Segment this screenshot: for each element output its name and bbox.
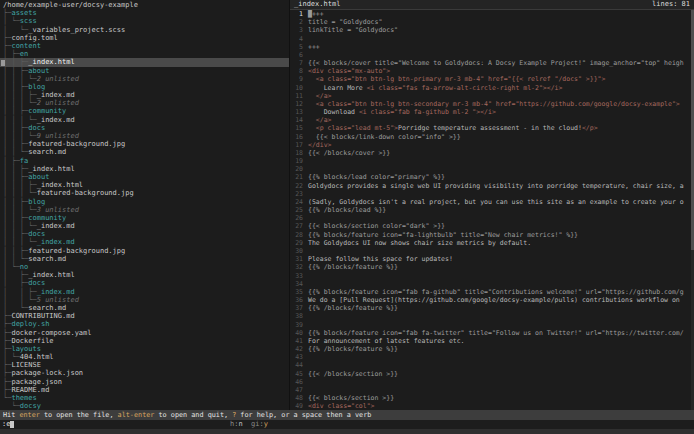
tree-row[interactable]: │ │ ├─docs <box>0 124 289 132</box>
tree-branch: │ │ │ └─ <box>3 206 37 214</box>
tree-row[interactable]: ├─docker-compose.yaml <box>0 329 289 337</box>
text-cursor-icon <box>10 421 14 428</box>
tree-row[interactable]: │ │ │ └─_index.md <box>0 116 289 124</box>
tree-row[interactable]: │ │ ├─about <box>0 67 289 75</box>
preview-line: 21{{% blocks/lead color="primary" %}} <box>290 173 694 181</box>
preview-line: 31Please follow this space for updates! <box>290 255 694 263</box>
preview-line: 25{{% /blocks/lead %}} <box>290 206 694 214</box>
tree-entry-name: docsy <box>20 402 41 410</box>
line-number: 23 <box>290 190 303 198</box>
line-number: 9 <box>290 75 303 83</box>
tree-entry-name: community <box>28 214 66 222</box>
tree-row[interactable]: │ └─_variables_project.scss <box>0 26 289 34</box>
tree-branch: │ │ │ └─ <box>3 75 37 83</box>
line-number: 5 <box>290 43 303 51</box>
code-segment: {{< /blocks/cover >}} <box>308 149 390 157</box>
tree-row[interactable]: ├─layouts <box>0 345 289 353</box>
code-segment: <i class="fab fa-github ml-2 "></i> <box>359 108 496 116</box>
tree-branch: │ │ ├─ <box>3 214 28 222</box>
tree-row[interactable]: │ └─search.md <box>0 304 289 312</box>
tree-branch: │ │ ├─ <box>3 198 28 206</box>
tree-row[interactable]: │ │ └─5 unlisted <box>0 296 289 304</box>
line-number: 38 <box>290 312 303 320</box>
command-input[interactable]: :e <box>2 420 14 429</box>
tree-row[interactable]: │ └─404.html <box>0 353 289 361</box>
tree-branch: │ │ ├─ <box>3 58 28 66</box>
line-number: 43 <box>290 353 303 361</box>
tree-branch: │ │ │ └─ <box>3 116 37 124</box>
tree-row[interactable]: │ ├─docs <box>0 279 289 287</box>
tree-row[interactable]: │ │ └─search.md <box>0 148 289 156</box>
tree-row[interactable]: │ │ ├─featured-background.jpg <box>0 247 289 255</box>
tree-branch: │ └─ <box>3 17 20 25</box>
preview-body: 1█+++2title = "Goldydocs"3linkTitle = "G… <box>290 10 694 410</box>
tree-row[interactable]: ├─package.json <box>0 378 289 386</box>
tree-row[interactable]: │ │ ├─about <box>0 173 289 181</box>
tree-row[interactable]: └─docsy <box>0 402 289 410</box>
tree-row[interactable]: │ │ ├─blog <box>0 83 289 91</box>
tree-entry-name: featured-background.jpg <box>37 189 134 197</box>
tree-row[interactable]: │ │ ├─community <box>0 107 289 115</box>
tree-entry-name: layouts <box>11 345 41 353</box>
preview-line: 38 <box>290 312 694 320</box>
line-number: 17 <box>290 141 303 149</box>
tree-row[interactable]: /home/example-user/docsy-example <box>0 1 289 9</box>
preview-line: 27{{< blocks/section color="dark" >}} <box>290 222 694 230</box>
tree-row[interactable]: │ │ │ └─9 unlisted <box>0 132 289 140</box>
tree-entry-name: deploy.sh <box>11 320 49 328</box>
tree-row[interactable]: │ │ ├─community <box>0 214 289 222</box>
tree-entry-name: _index.md <box>37 238 75 246</box>
tree-row[interactable]: ├─assets <box>0 9 289 17</box>
tree-row[interactable]: │ │ ├─blog <box>0 198 289 206</box>
code-segment: +++ <box>308 43 320 51</box>
tree-row[interactable]: │ └─scss <box>0 17 289 25</box>
tree-row[interactable]: │ ├─fa <box>0 157 289 165</box>
tree-row[interactable]: ├─config.toml <box>0 34 289 42</box>
tree-row[interactable]: │ │ │ └─3 unlisted <box>0 206 289 214</box>
line-number: 40 <box>290 329 303 337</box>
preview-line: 34 <box>290 280 694 288</box>
tree-row[interactable]: │ │ ├─_index.html <box>0 165 289 173</box>
mode-flags[interactable]: h:n gi:y <box>230 420 268 429</box>
tree-entry-name: _index.html <box>28 165 74 173</box>
preview-line: 4 <box>290 35 694 43</box>
tree-entry-name: config.toml <box>11 34 57 42</box>
tree-branch: │ │ └─ <box>3 148 28 156</box>
tree-row[interactable]: ├─Dockerfile <box>0 337 289 345</box>
tree-entry-name: about <box>28 173 49 181</box>
preview-line: 32{{% /blocks/feature %}} <box>290 263 694 271</box>
tree-row[interactable]: ├─content <box>0 42 289 50</box>
flag-value: y <box>264 420 268 428</box>
preview-line: 7{{< blocks/cover title="Welcome to Gold… <box>290 59 694 67</box>
code-segment: title = "Goldydocs" <box>308 18 382 26</box>
code-segment: </div> <box>308 141 331 149</box>
code-segment: +++ <box>312 10 324 18</box>
tree-row[interactable]: ├─README.md <box>0 386 289 394</box>
status-text: to open the file, <box>40 411 118 419</box>
tree-entry-name: search.md <box>28 255 66 263</box>
tree-row[interactable]: └─themes <box>0 394 289 402</box>
tree-row[interactable]: │ │ │ └─_index.md <box>0 238 289 246</box>
tree-row[interactable]: │ │ │ └─featured-background.jpg <box>0 189 289 197</box>
tree-branch: │ │ ├─ <box>3 288 37 296</box>
tree-row[interactable]: ├─package-lock.json <box>0 369 289 377</box>
line-number: 14 <box>290 116 303 124</box>
flag-value: n <box>238 420 242 428</box>
preview-line: 29The Goldydocs UI now shows chair size … <box>290 239 694 247</box>
tree-row-selected[interactable]: │ │ ├─_index.html <box>0 58 289 66</box>
tree-entry-name: _index.md <box>37 222 75 230</box>
tree-row[interactable]: │ │ │ └─2 unlisted <box>0 75 289 83</box>
tree-entry-name: content <box>11 42 41 50</box>
tree-branch: │ └─ <box>3 304 28 312</box>
preview-line-count: lines: 81 <box>652 0 690 9</box>
preview-line: 33 <box>290 272 694 280</box>
tree-row[interactable]: │ │ ├─_index.md <box>0 288 289 296</box>
tree-row[interactable]: ├─deploy.sh <box>0 320 289 328</box>
preview-line: 30 <box>290 247 694 255</box>
tree-row[interactable]: │ │ └─search.md <box>0 255 289 263</box>
window-bottom-strip <box>0 429 694 434</box>
tree-row[interactable]: │ └─no <box>0 263 289 271</box>
preview-line: 17</div> <box>290 141 694 149</box>
code-segment: For announcement of latest features etc. <box>308 337 465 345</box>
preview-line: 12 <a class="btn btn-lg btn-secondary mr… <box>290 100 694 108</box>
